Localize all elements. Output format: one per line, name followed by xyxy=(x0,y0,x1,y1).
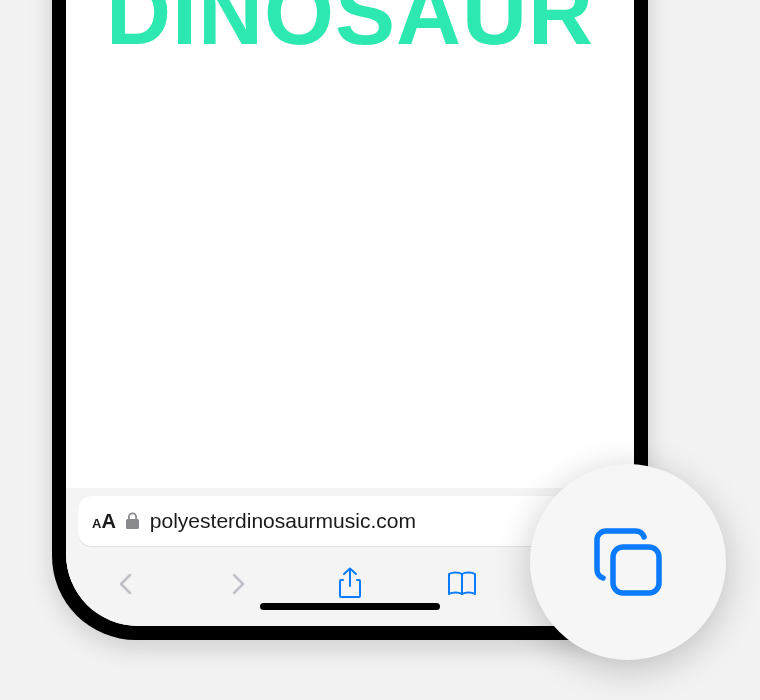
home-indicator[interactable] xyxy=(260,603,440,610)
chevron-right-icon xyxy=(227,569,249,599)
book-icon xyxy=(445,569,479,599)
back-button[interactable] xyxy=(106,564,146,604)
forward-button[interactable] xyxy=(218,564,258,604)
url-text[interactable]: polyesterdinosaurmusic.com xyxy=(150,509,576,533)
svg-rect-1 xyxy=(613,547,659,593)
chevron-left-icon xyxy=(115,569,137,599)
share-button[interactable] xyxy=(330,564,370,604)
aa-small-letter: A xyxy=(92,516,100,531)
page-heading: POLYESTER DINOSAUR xyxy=(66,0,634,55)
share-icon xyxy=(336,567,364,601)
text-size-button[interactable]: A A xyxy=(92,510,115,533)
lock-icon xyxy=(125,512,140,530)
bookmarks-button[interactable] xyxy=(442,564,482,604)
tabs-icon xyxy=(585,519,671,605)
brand-line-2: DINOSAUR xyxy=(66,0,634,55)
canvas: POLYESTER DINOSAUR A A polyesterdinos xyxy=(0,0,760,700)
aa-big-letter: A xyxy=(101,510,114,533)
tabs-button-callout xyxy=(530,464,726,660)
web-content-area: POLYESTER DINOSAUR xyxy=(66,0,634,488)
